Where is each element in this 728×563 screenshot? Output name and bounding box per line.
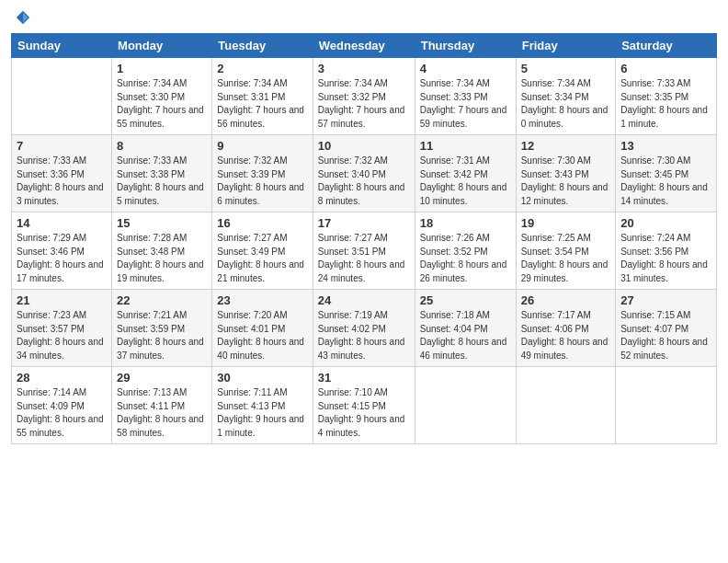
sunrise-text: Sunrise: 7:18 AM: [420, 310, 490, 320]
day-info: Sunrise: 7:19 AMSunset: 4:02 PMDaylight:…: [318, 309, 410, 362]
daylight-text: Daylight: 8 hours and 52 minutes.: [620, 337, 708, 361]
sunrise-text: Sunrise: 7:28 AM: [117, 233, 187, 243]
day-number: 13: [620, 139, 711, 153]
day-info: Sunrise: 7:34 AMSunset: 3:34 PMDaylight:…: [521, 77, 611, 131]
calendar-cell: 6Sunrise: 7:33 AMSunset: 3:35 PMDaylight…: [616, 58, 717, 135]
logo-icon: [15, 9, 31, 26]
calendar-cell: 23Sunrise: 7:20 AMSunset: 4:01 PMDayligh…: [212, 290, 313, 367]
sunset-text: Sunset: 4:01 PM: [217, 324, 285, 334]
sunset-text: Sunset: 4:11 PM: [117, 401, 185, 411]
calendar-cell: 24Sunrise: 7:19 AMSunset: 4:02 PMDayligh…: [313, 290, 415, 367]
sunset-text: Sunset: 3:43 PM: [521, 169, 589, 179]
calendar-cell: 10Sunrise: 7:32 AMSunset: 3:40 PMDayligh…: [313, 135, 415, 213]
day-info: Sunrise: 7:27 AMSunset: 3:51 PMDaylight:…: [318, 232, 410, 285]
day-number: 10: [318, 139, 410, 153]
sunset-text: Sunset: 3:39 PM: [217, 169, 285, 179]
day-number: 24: [318, 293, 410, 307]
daylight-text: Daylight: 8 hours and 8 minutes.: [318, 182, 405, 206]
calendar-cell: 21Sunrise: 7:23 AMSunset: 3:57 PMDayligh…: [12, 290, 112, 367]
day-number: 4: [420, 62, 511, 75]
daylight-text: Daylight: 8 hours and 10 minutes.: [420, 182, 507, 206]
calendar-cell: 18Sunrise: 7:26 AMSunset: 3:52 PMDayligh…: [415, 213, 516, 290]
sunset-text: Sunset: 4:07 PM: [620, 324, 688, 334]
day-number: 29: [117, 371, 207, 385]
sunrise-text: Sunrise: 7:27 AM: [217, 233, 287, 243]
sunset-text: Sunset: 4:02 PM: [318, 324, 386, 334]
sunset-text: Sunset: 3:49 PM: [217, 247, 285, 257]
sunrise-text: Sunrise: 7:25 AM: [521, 233, 591, 243]
weekday-header-row: SundayMondayTuesdayWednesdayThursdayFrid…: [12, 34, 717, 58]
calendar-cell: 15Sunrise: 7:28 AMSunset: 3:48 PMDayligh…: [112, 213, 212, 290]
calendar-cell: [12, 58, 112, 135]
sunrise-text: Sunrise: 7:34 AM: [217, 78, 287, 88]
day-number: 25: [420, 293, 511, 307]
calendar-cell: 9Sunrise: 7:32 AMSunset: 3:39 PMDaylight…: [212, 135, 313, 213]
day-info: Sunrise: 7:23 AMSunset: 3:57 PMDaylight:…: [17, 309, 107, 362]
sunrise-text: Sunrise: 7:33 AM: [620, 78, 690, 88]
daylight-text: Daylight: 7 hours and 56 minutes.: [217, 105, 304, 129]
day-number: 30: [217, 371, 307, 385]
sunrise-text: Sunrise: 7:34 AM: [117, 78, 187, 88]
header: [11, 9, 717, 26]
sunrise-text: Sunrise: 7:31 AM: [420, 155, 490, 166]
sunset-text: Sunset: 3:45 PM: [620, 169, 688, 179]
day-number: 23: [217, 293, 307, 307]
weekday-header-sunday: Sunday: [12, 34, 112, 58]
day-info: Sunrise: 7:17 AMSunset: 4:06 PMDaylight:…: [521, 309, 611, 362]
sunrise-text: Sunrise: 7:24 AM: [620, 233, 690, 243]
day-number: 31: [318, 371, 410, 385]
sunset-text: Sunset: 3:31 PM: [217, 92, 285, 102]
daylight-text: Daylight: 8 hours and 49 minutes.: [521, 337, 609, 361]
sunset-text: Sunset: 3:38 PM: [117, 169, 185, 179]
page: SundayMondayTuesdayWednesdayThursdayFrid…: [0, 0, 728, 563]
daylight-text: Daylight: 8 hours and 6 minutes.: [217, 182, 304, 206]
daylight-text: Daylight: 7 hours and 59 minutes.: [420, 105, 507, 129]
calendar-cell: 22Sunrise: 7:21 AMSunset: 3:59 PMDayligh…: [112, 290, 212, 367]
sunrise-text: Sunrise: 7:17 AM: [521, 310, 591, 320]
day-info: Sunrise: 7:33 AMSunset: 3:38 PMDaylight:…: [117, 155, 207, 208]
day-info: Sunrise: 7:31 AMSunset: 3:42 PMDaylight:…: [420, 155, 511, 208]
day-info: Sunrise: 7:15 AMSunset: 4:07 PMDaylight:…: [620, 309, 711, 362]
day-number: 7: [17, 139, 107, 153]
day-info: Sunrise: 7:21 AMSunset: 3:59 PMDaylight:…: [117, 309, 207, 362]
weekday-header-friday: Friday: [516, 34, 616, 58]
sunrise-text: Sunrise: 7:33 AM: [117, 155, 187, 166]
sunset-text: Sunset: 3:40 PM: [318, 169, 386, 179]
daylight-text: Daylight: 8 hours and 29 minutes.: [521, 259, 609, 283]
sunrise-text: Sunrise: 7:14 AM: [17, 387, 86, 397]
calendar-cell: 31Sunrise: 7:10 AMSunset: 4:15 PMDayligh…: [313, 367, 415, 444]
day-number: 1: [117, 62, 207, 75]
sunrise-text: Sunrise: 7:23 AM: [17, 310, 86, 320]
day-info: Sunrise: 7:33 AMSunset: 3:36 PMDaylight:…: [17, 155, 107, 208]
sunrise-text: Sunrise: 7:27 AM: [318, 233, 388, 243]
day-number: 3: [318, 62, 410, 75]
sunset-text: Sunset: 4:04 PM: [420, 324, 488, 334]
sunrise-text: Sunrise: 7:19 AM: [318, 310, 388, 320]
daylight-text: Daylight: 8 hours and 12 minutes.: [521, 182, 609, 206]
calendar-cell: [415, 367, 516, 444]
daylight-text: Daylight: 8 hours and 5 minutes.: [117, 182, 204, 206]
daylight-text: Daylight: 8 hours and 1 minute.: [620, 105, 708, 129]
day-info: Sunrise: 7:24 AMSunset: 3:56 PMDaylight:…: [620, 232, 711, 285]
day-number: 14: [17, 216, 107, 230]
day-number: 17: [318, 216, 410, 230]
day-number: 16: [217, 216, 307, 230]
sunrise-text: Sunrise: 7:26 AM: [420, 233, 490, 243]
day-info: Sunrise: 7:10 AMSunset: 4:15 PMDaylight:…: [318, 386, 410, 440]
calendar-cell: 1Sunrise: 7:34 AMSunset: 3:30 PMDaylight…: [112, 58, 212, 135]
calendar-table: SundayMondayTuesdayWednesdayThursdayFrid…: [11, 33, 717, 444]
daylight-text: Daylight: 8 hours and 17 minutes.: [17, 259, 104, 283]
sunrise-text: Sunrise: 7:21 AM: [117, 310, 187, 320]
sunset-text: Sunset: 3:42 PM: [420, 169, 488, 179]
sunset-text: Sunset: 4:06 PM: [521, 324, 589, 334]
day-info: Sunrise: 7:25 AMSunset: 3:54 PMDaylight:…: [521, 232, 611, 285]
calendar-cell: 13Sunrise: 7:30 AMSunset: 3:45 PMDayligh…: [616, 135, 717, 213]
day-number: 18: [420, 216, 511, 230]
day-number: 27: [620, 293, 711, 307]
day-info: Sunrise: 7:27 AMSunset: 3:49 PMDaylight:…: [217, 232, 307, 285]
sunrise-text: Sunrise: 7:32 AM: [217, 155, 287, 166]
sunrise-text: Sunrise: 7:29 AM: [17, 233, 86, 243]
sunset-text: Sunset: 3:57 PM: [17, 324, 85, 334]
sunset-text: Sunset: 3:35 PM: [620, 92, 688, 102]
sunset-text: Sunset: 3:59 PM: [117, 324, 185, 334]
